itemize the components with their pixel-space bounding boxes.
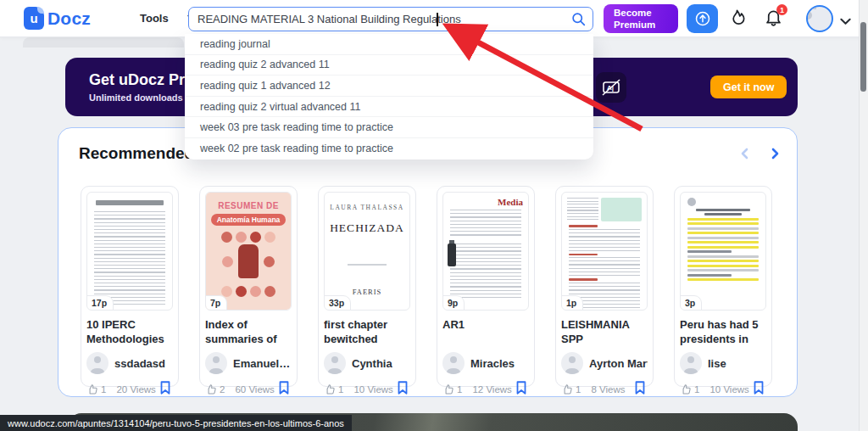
- card-author[interactable]: Cynthia: [324, 352, 410, 374]
- suggestion-item[interactable]: reading quiz 2 virtual advanced 11: [185, 97, 593, 118]
- notification-badge: 1: [776, 4, 787, 15]
- highlight-yellow: [687, 241, 759, 243]
- search-input[interactable]: [189, 8, 564, 31]
- suggestion-item[interactable]: week 03 pre task reading time to practic…: [185, 117, 593, 138]
- card-stats: 1 20 Views: [86, 380, 173, 398]
- author-avatar: [680, 352, 702, 374]
- carousel-next-button[interactable]: [769, 147, 781, 163]
- author-avatar: [442, 352, 465, 374]
- document-card[interactable]: Media 9p AR1 Miracles 1 12 Views: [437, 186, 535, 387]
- search-button[interactable]: [564, 8, 593, 31]
- card-stats: 1 8 Views: [561, 380, 648, 398]
- card-stats: 1 10 Views: [324, 380, 410, 398]
- document-thumbnail: Media 9p: [442, 192, 529, 311]
- card-author[interactable]: ssdadasd: [86, 352, 173, 374]
- red-heading: [569, 278, 598, 281]
- views-count: 8 Views: [591, 384, 625, 395]
- likes[interactable]: 1: [680, 383, 699, 395]
- thumb-text-lines: [569, 257, 640, 276]
- user-avatar[interactable]: [806, 5, 833, 32]
- document-thumbnail: RESUMEN DE Anatomía Humana 7p: [205, 192, 292, 311]
- scrollbar-thumb[interactable]: [860, 22, 866, 92]
- bookmark-button[interactable]: [632, 380, 648, 398]
- recommended-section: Recommended 17p 10 IPERC Methodologies s…: [58, 127, 798, 397]
- red-heading: [569, 254, 598, 256]
- document-thumbnail: 1p: [561, 192, 648, 311]
- book-cover: LAURA THALASSA HECHIZADA FAERIS: [325, 193, 409, 310]
- bookmark-button[interactable]: [751, 380, 766, 398]
- card-title: Peru has had 5 presidents in the…: [680, 317, 766, 348]
- bookmark-button[interactable]: [514, 380, 529, 398]
- subheading-line: [687, 274, 732, 277]
- document-card[interactable]: LAURA THALASSA HECHIZADA FAERIS 33p firs…: [318, 186, 416, 387]
- document-card[interactable]: RESUMEN DE Anatomía Humana 7p Index of s…: [199, 186, 298, 387]
- doc-logo: [687, 198, 696, 206]
- flame-icon: [727, 8, 747, 29]
- views-count: 12 Views: [472, 384, 511, 395]
- text-line: [687, 255, 759, 258]
- highlight-yellow: [687, 232, 759, 234]
- thumb-text-lines: [450, 243, 521, 299]
- card-title: first chapter bewitched laura…: [324, 317, 410, 348]
- author-avatar: [86, 352, 108, 374]
- anatomy-cover: RESUMEN DE Anatomía Humana: [206, 193, 291, 310]
- trending-button[interactable]: [727, 8, 747, 31]
- banner-subtitle: Unlimited downloads a: [89, 92, 191, 103]
- card-title: 10 IPERC Methodologies: [86, 317, 173, 348]
- document-card[interactable]: 1p LEISHMANIA SPP Ayrton Martin… 1 8 Vie…: [555, 186, 654, 387]
- thumb-heading-bar: [96, 200, 164, 205]
- document-thumbnail: 3p: [680, 192, 766, 311]
- page: ✳ ✳ Get uDocz Premium Unlimited download…: [0, 0, 868, 431]
- bookmark-button[interactable]: [158, 380, 173, 398]
- suggestion-item[interactable]: reading quiz 2 advanced 11: [185, 55, 593, 76]
- thumb-text-lines: [94, 211, 165, 305]
- likes[interactable]: 1: [324, 383, 343, 395]
- get-it-now-button[interactable]: Get it now: [710, 76, 787, 98]
- organ-icons: [206, 232, 291, 243]
- document-card[interactable]: 17p 10 IPERC Methodologies ssdadasd 1 20…: [81, 186, 179, 387]
- author-avatar: [205, 352, 227, 374]
- card-author[interactable]: Emanuel…: [205, 352, 292, 374]
- usb-drive-graphic: [448, 243, 456, 266]
- card-stats: 2 60 Views: [205, 380, 292, 398]
- page-count-badge: 9p: [442, 295, 465, 311]
- text-line: [687, 227, 759, 230]
- doc-heading-line: [704, 213, 742, 216]
- likes[interactable]: 1: [561, 383, 581, 395]
- chevron-down-icon: [840, 18, 851, 25]
- torso-graphic: [238, 244, 259, 278]
- scrollbar-track[interactable]: [859, 0, 868, 431]
- doc-heading-line: [696, 209, 750, 211]
- text-line: [687, 269, 759, 271]
- upload-button[interactable]: [687, 4, 718, 33]
- likes[interactable]: 2: [205, 383, 225, 395]
- card-title: LEISHMANIA SPP: [561, 317, 648, 348]
- suggestion-item[interactable]: week 02 pre task reading time to practic…: [185, 138, 593, 160]
- highlight-green: [601, 198, 642, 221]
- scrolled-content-edge: [23, 37, 184, 48]
- top-navbar: u Docz Tools Become Premium 1: [0, 0, 868, 37]
- bookmark-button[interactable]: [395, 380, 410, 398]
- card-stats: 1 12 Views: [442, 380, 529, 398]
- card-author[interactable]: lise: [680, 352, 766, 374]
- highlight-yellow: [687, 246, 759, 249]
- likes[interactable]: 1: [442, 383, 462, 395]
- document-card[interactable]: 3p Peru has had 5 presidents in the… lis…: [674, 186, 772, 387]
- udocz-logo[interactable]: u Docz: [24, 7, 91, 30]
- bookmark-button[interactable]: [276, 380, 292, 398]
- author-avatar: [324, 352, 346, 374]
- text-cursor: [437, 13, 438, 26]
- subheading-line: [687, 250, 732, 253]
- suggestion-item[interactable]: reading quiz 1 advanced 12: [185, 76, 593, 97]
- card-author[interactable]: Miracles: [442, 352, 529, 374]
- suggestion-item[interactable]: reading journal: [185, 34, 593, 55]
- highlight-yellow: [687, 260, 759, 262]
- thumbs-up-icon: [680, 383, 692, 395]
- likes[interactable]: 1: [86, 383, 106, 395]
- card-author[interactable]: Ayrton Martin…: [561, 352, 648, 374]
- notifications-button[interactable]: 1: [764, 7, 786, 29]
- account-menu-button[interactable]: [840, 14, 851, 29]
- carousel-prev-button[interactable]: [739, 147, 751, 163]
- become-premium-button[interactable]: Become Premium: [604, 4, 678, 33]
- views-count: 20 Views: [116, 384, 155, 395]
